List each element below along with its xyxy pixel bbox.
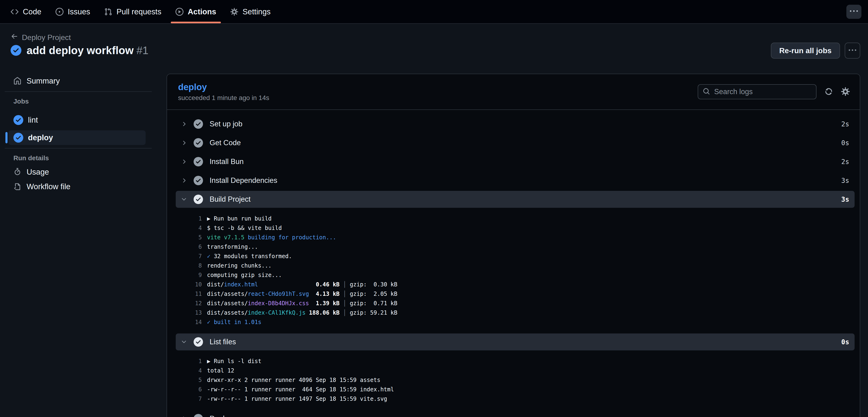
log-line-text: $ tsc -b && vite build	[207, 223, 282, 233]
step-list-files[interactable]: List files0s	[176, 333, 855, 350]
check-circle-icon	[13, 115, 23, 125]
sync-icon	[825, 87, 833, 96]
log-line: 5vite v7.1.5 building for production...	[167, 233, 860, 242]
log-line-text: drwxr-xr-x 2 runner runner 4096 Sep 18 1…	[207, 375, 380, 385]
log-line-number[interactable]: 4	[167, 223, 202, 233]
log-line-number[interactable]: 7	[167, 251, 202, 261]
log-line-number[interactable]: 6	[167, 385, 202, 394]
tab-actions[interactable]: Actions	[168, 0, 223, 23]
log-line-text: ▶ Run ls -l dist	[207, 357, 261, 366]
check-circle-icon	[194, 337, 203, 347]
log-line-number[interactable]: 5	[167, 375, 202, 385]
check-circle-icon	[13, 133, 23, 143]
log-line-number[interactable]: 5	[167, 233, 202, 242]
tab-pull-requests[interactable]: Pull requests	[97, 0, 168, 23]
job-label: deploy	[28, 133, 53, 142]
log-line: 5drwxr-xr-x 2 runner runner 4096 Sep 18 …	[167, 375, 860, 385]
step-duration: 0s	[841, 139, 849, 147]
log-line-number[interactable]: 6	[167, 242, 202, 251]
tab-code[interactable]: Code	[10, 0, 49, 23]
sidebar-job-deploy[interactable]: deploy	[8, 130, 146, 145]
tab-settings[interactable]: Settings	[223, 0, 278, 23]
step-duration: 0s	[841, 338, 849, 346]
run-overflow-button[interactable]	[845, 42, 860, 59]
log-line-text: computing gzip size...	[207, 270, 282, 280]
issue-opened-icon	[56, 8, 63, 16]
step-get-code[interactable]: Get Code0s	[167, 133, 860, 152]
log-line: 7-rw-r--r-- 1 runner runner 1497 Sep 18 …	[167, 394, 860, 404]
log-line-text: ▶ Run bun run build	[207, 214, 272, 223]
step-deploy[interactable]: Deploy	[167, 409, 860, 417]
log-settings-button[interactable]	[841, 87, 850, 97]
log-line: 9computing gzip size...	[167, 270, 860, 280]
log-line: 13dist/assets/index-CAl1KfkQ.js 188.06 k…	[167, 308, 860, 318]
log-line: 7✓ 32 modules transformed.	[167, 251, 860, 261]
log-line-number[interactable]: 11	[167, 289, 202, 299]
log-line-number[interactable]: 8	[167, 261, 202, 270]
log-line-number[interactable]: 4	[167, 366, 202, 375]
step-set-up-job[interactable]: Set up job2s	[167, 115, 860, 133]
log-line-text: dist/assets/react-CHdo91hT.svg 4.13 kB │…	[207, 289, 397, 299]
tab-label: Actions	[188, 7, 216, 16]
refresh-logs-button[interactable]	[825, 87, 833, 96]
log-line-text: dist/assets/index-CAl1KfkQ.js 188.06 kB …	[207, 308, 397, 318]
job-title-link[interactable]: deploy	[178, 82, 269, 92]
chevron-down-icon	[180, 339, 187, 345]
stopwatch-icon	[13, 168, 22, 176]
log-line-text: dist/index.html 0.46 kB │ gzip: 0.30 kB	[207, 280, 397, 289]
check-circle-icon	[194, 138, 203, 148]
kebab-icon	[850, 7, 858, 16]
log-line-number[interactable]: 14	[167, 318, 202, 327]
log-line: 4total 12	[167, 366, 860, 375]
log-line-text: vite v7.1.5 building for production...	[207, 233, 336, 242]
log-line: 1▶ Run bun run build	[167, 214, 860, 223]
log-line: 10dist/index.html 0.46 kB │ gzip: 0.30 k…	[167, 280, 860, 289]
log-line-number[interactable]: 10	[167, 280, 202, 289]
log-line: 12dist/assets/index-D8b4DHJx.css 1.39 kB…	[167, 299, 860, 308]
log-line-number[interactable]: 7	[167, 394, 202, 404]
rerun-all-jobs-button[interactable]: Re-run all jobs	[771, 42, 840, 59]
sidebar-job-lint[interactable]: lint	[8, 113, 146, 127]
log-line: 6transforming...	[167, 242, 860, 251]
breadcrumb[interactable]: Deploy Project	[10, 33, 71, 42]
log-line-number[interactable]: 13	[167, 308, 202, 318]
code-icon	[10, 8, 19, 16]
sidebar-item-workflow-file[interactable]: Workflow file	[0, 179, 156, 194]
job-panel-title-block: deploy succeeded 1 minute ago in 14s	[178, 82, 269, 102]
run-title: add deploy workflow#1	[27, 44, 149, 57]
job-panel-header: deploy succeeded 1 minute ago in 14s	[167, 74, 860, 110]
check-circle-icon	[194, 176, 203, 185]
tab-label: Issues	[68, 7, 90, 16]
run-header: Deploy Project add deploy workflow#1 Re-…	[0, 24, 868, 71]
chevron-right-icon	[180, 140, 187, 146]
log-line-number[interactable]: 1	[167, 214, 202, 223]
repo-tabs: CodeIssuesPull requestsActionsSettings	[10, 0, 278, 23]
log-line-number[interactable]: 1	[167, 357, 202, 366]
log-search-input[interactable]	[714, 87, 811, 96]
tab-issues[interactable]: Issues	[49, 0, 97, 23]
step-install-dependencies[interactable]: Install Dependencies3s	[167, 171, 860, 190]
log-line-number[interactable]: 9	[167, 270, 202, 280]
sidebar-item-summary[interactable]: Summary	[0, 73, 156, 88]
step-name: Build Project	[210, 195, 250, 204]
sidebar-item-usage[interactable]: Usage	[0, 165, 156, 179]
sidebar-divider	[5, 148, 152, 148]
log-line: 14✓ built in 1.01s	[167, 318, 860, 327]
check-circle-icon	[194, 157, 203, 167]
log-line: 1▶ Run ls -l dist	[167, 357, 860, 366]
step-name: Install Dependencies	[210, 176, 277, 185]
chevron-down-icon	[180, 196, 187, 203]
step-name: Deploy	[210, 414, 232, 417]
step-build-project[interactable]: Build Project3s	[176, 191, 855, 208]
log-line-text: -rw-r--r-- 1 runner runner 1497 Sep 18 1…	[207, 394, 387, 404]
tab-label: Settings	[243, 7, 271, 16]
step-install-bun[interactable]: Install Bun2s	[167, 152, 860, 171]
log-line-text: -rw-r--r-- 1 runner runner 464 Sep 18 15…	[207, 385, 394, 394]
tab-label: Code	[23, 7, 41, 16]
step-name: Install Bun	[210, 157, 244, 166]
log-line-number[interactable]: 12	[167, 299, 202, 308]
job-panel: deploy succeeded 1 minute ago in 14s Set…	[166, 73, 860, 417]
log-line: 4$ tsc -b && vite build	[167, 223, 860, 233]
top-navigation: CodeIssuesPull requestsActionsSettings	[0, 0, 868, 24]
nav-overflow-button[interactable]	[846, 5, 861, 19]
